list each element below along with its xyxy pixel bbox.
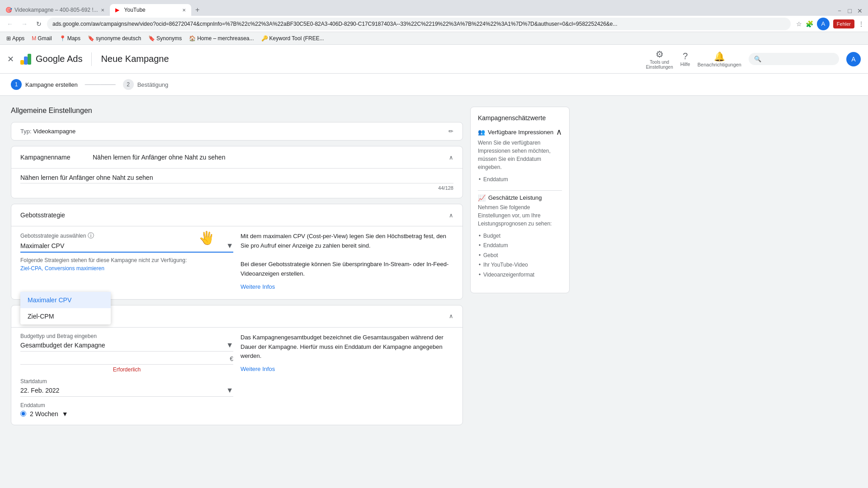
user-avatar[interactable]: A <box>846 52 861 66</box>
bookmark-icon[interactable]: ☆ <box>796 20 802 28</box>
bookmark-synonyme[interactable]: 🔖 synonyme deutsch <box>85 34 144 42</box>
extension-icon[interactable]: 🧩 <box>806 20 813 28</box>
startdatum-text: 22. Feb. 2022 <box>20 387 226 394</box>
error-button[interactable]: Fehler <box>833 19 854 28</box>
notifications-button[interactable]: 🔔 Benachrichtigungen <box>698 51 741 67</box>
maximize-button[interactable]: □ <box>846 6 854 15</box>
header-divider <box>91 52 92 66</box>
enddatum-row: Enddatum 2 Wochen ▼ <box>20 402 233 418</box>
tab2-close[interactable]: ✕ <box>182 8 186 13</box>
typ-row: Typ: Videokampagne ✏ <box>11 122 462 140</box>
sidebar-section-impressionen-header[interactable]: 👥 Verfügbare Impressionen ∧ <box>478 127 562 137</box>
gebot-select[interactable]: Maximaler CPV ▼ <box>20 242 233 253</box>
budget-right: Das Kampagnengesamtbudget bezeichnet die… <box>241 333 453 418</box>
header-campaign-title: Neue Kampagne <box>101 54 169 64</box>
bookmark-gmail[interactable]: M Gmail <box>29 34 54 42</box>
budget-description: Das Kampagnengesamtbudget bezeichnet die… <box>241 333 453 361</box>
minimize-button[interactable]: － <box>835 6 844 16</box>
gebot-help-icon[interactable]: ⓘ <box>88 232 94 240</box>
gesamtbudget-select[interactable]: Gesamtbudget der Kampagne ▼ <box>20 341 233 352</box>
impressionen-label: Verfügbare Impressionen <box>488 129 553 136</box>
sidebar-title: Kampagnenschätzwerte <box>478 114 562 122</box>
bookmark-keyword[interactable]: 🔑 Keyword Tool (FREE... <box>259 34 327 42</box>
app-header: ✕ Google Ads Neue Kampagne ⚙ Tools und E… <box>0 45 868 74</box>
leistung-content: Nehmen Sie folgende Einstellungen vor, u… <box>478 203 562 280</box>
enddatum-radio[interactable] <box>20 411 26 417</box>
gebot-right: Mit dem maximalen CPV (Cost-per-View) le… <box>241 232 453 292</box>
tab-inactive[interactable]: 🎯 Videokampagne – 400-805-692 !... ✕ <box>0 4 110 16</box>
bookmark-synonyme-label: synonyme deutsch <box>96 35 141 42</box>
leistung-list-item-4: Videoanzeigenformat <box>483 270 562 280</box>
step-2-label: Bestätigung <box>137 81 169 88</box>
bookmark-apps[interactable]: ⊞ Apps <box>4 34 27 42</box>
bookmark-maps-label: Maps <box>67 35 80 42</box>
help-button[interactable]: ? Hilfe <box>680 51 690 67</box>
kampagne-body: 44/128 <box>11 169 462 198</box>
gebot-dropdown-item-1[interactable]: Ziel-CPM <box>20 308 111 324</box>
step-2-number: 2 <box>123 79 134 90</box>
startdatum-row[interactable]: 22. Feb. 2022 ▼ <box>20 386 233 397</box>
gebot-label: Gebotsstrategie <box>20 211 93 219</box>
header-search[interactable]: 🔍 <box>749 53 839 65</box>
home-icon: 🏠 <box>189 35 196 42</box>
typ-value: Videokampagne <box>33 128 76 135</box>
gmail-icon: M <box>32 35 36 42</box>
sidebar-section-leistung-header[interactable]: 📈 Geschätzte Leistung <box>478 194 562 202</box>
leistung-list-item-2: Gebot <box>483 251 562 261</box>
datum-section: Startdatum 22. Feb. 2022 ▼ <box>20 378 233 397</box>
kampagne-collapse-icon[interactable]: ∧ <box>449 154 453 161</box>
kampagne-counter: 44/128 <box>20 185 453 191</box>
impressionen-icon: 👥 <box>478 129 485 136</box>
tab2-favicon: ▶ <box>115 7 122 13</box>
gebot-card: Gebotsstrategie ∧ Gebotsstrategie auswäh… <box>11 204 463 300</box>
bookmark-home[interactable]: 🏠 Home – merchreasea... <box>186 34 256 42</box>
tab-active[interactable]: ▶ YouTube ✕ <box>110 4 191 16</box>
gebot-dropdown: Maximaler CPV Ziel-CPM <box>20 292 111 324</box>
bookmark-maps[interactable]: 📍 Maps <box>57 34 83 42</box>
reload-button[interactable]: ↻ <box>33 18 45 30</box>
tools-settings-button[interactable]: ⚙ Tools und Einstellungen <box>646 49 673 70</box>
budget-collapse-icon[interactable]: ∧ <box>449 313 453 319</box>
back-button[interactable]: ← <box>4 18 16 30</box>
tab1-close[interactable]: ✕ <box>101 8 104 13</box>
synonyms-icon: 🔖 <box>148 35 155 42</box>
new-tab-button[interactable]: + <box>191 4 204 16</box>
impressionen-list-item-0: Enddatum <box>483 175 562 185</box>
help-icon: ? <box>683 51 688 61</box>
enddatum-radio-label: 2 Wochen <box>30 410 58 418</box>
gebot-unavailable-link[interactable]: Ziel-CPA, Conversions maximieren <box>20 265 104 272</box>
budget-field-label: Budgettyp und Betrag eingeben <box>20 333 233 339</box>
gebot-description-2: Bei dieser Gebotsstrategie können Sie üb… <box>241 260 453 279</box>
step-1-label: Kampagne erstellen <box>25 81 78 88</box>
gebot-dropdown-arrow: ▼ <box>226 242 233 250</box>
typ-edit-icon[interactable]: ✏ <box>448 128 453 135</box>
impressionen-desc: Wenn Sie die verfügbaren Impressionen se… <box>478 139 562 171</box>
close-window-button[interactable]: ✕ <box>855 6 864 15</box>
gebot-collapse-icon[interactable]: ∧ <box>449 212 453 219</box>
main-content: Allgemeine Einstellungen Typ: Videokampa… <box>11 107 463 431</box>
budget-top: Budgettyp und Betrag eingeben Gesamtbudg… <box>20 333 453 418</box>
settings-menu-button[interactable]: ⋮ <box>858 20 864 28</box>
gebot-weitere-infos[interactable]: Weitere Infos <box>241 282 453 292</box>
kampagne-content: Nähen lernen für Anfänger ohne Naht zu s… <box>93 154 449 161</box>
forward-button[interactable]: → <box>18 18 31 30</box>
page-section-title: Allgemeine Einstellungen <box>11 107 463 115</box>
bookmark-synonyms-label: Synonyms <box>156 35 182 42</box>
leistung-list: Budget Enddatum Gebot Ihr YouTube-Video … <box>478 231 562 280</box>
impressionen-list: Enddatum <box>478 175 562 185</box>
tab-bar: 🎯 Videokampagne – 400-805-692 !... ✕ ▶ Y… <box>0 0 868 16</box>
budget-amount-input[interactable] <box>20 355 230 362</box>
tab1-favicon: 🎯 <box>5 7 12 13</box>
bookmark-synonyms[interactable]: 🔖 Synonyms <box>146 34 184 42</box>
close-icon[interactable]: ✕ <box>7 54 14 64</box>
typ-card: Typ: Videokampagne ✏ <box>11 122 463 141</box>
gesamtbudget-text: Gesamtbudget der Kampagne <box>20 342 226 349</box>
profile-button[interactable]: A <box>817 18 830 30</box>
bookmark-apps-label: Apps <box>12 35 24 42</box>
gesamtbudget-arrow: ▼ <box>226 341 233 349</box>
budget-weitere-infos[interactable]: Weitere Infos <box>241 365 453 374</box>
kampagne-value: Nähen lernen für Anfänger ohne Naht zu s… <box>93 154 225 161</box>
url-box[interactable]: ads.google.com/aw/campaigns/new/video?oc… <box>47 18 791 30</box>
gebot-dropdown-item-0[interactable]: Maximaler CPV <box>20 292 111 308</box>
kampagne-input[interactable] <box>20 174 453 183</box>
